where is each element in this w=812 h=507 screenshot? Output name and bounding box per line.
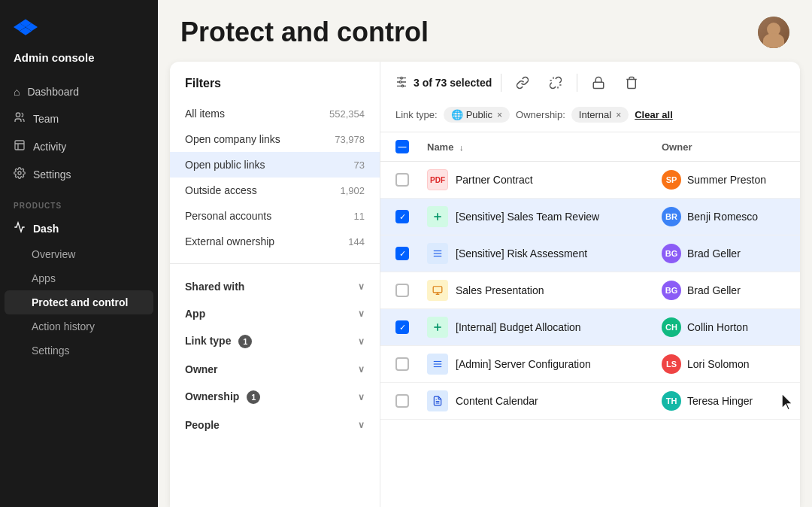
th-owner[interactable]: Owner (650, 132, 800, 162)
link-icon-btn[interactable] (511, 71, 535, 95)
row-checkbox[interactable] (395, 173, 409, 187)
table-row[interactable]: ✓ [Internal] Budget Allocation CH Collin… (380, 309, 800, 346)
table-header: — Name ↓ Owner (380, 132, 800, 162)
sidebar-sub-apps[interactable]: Apps (0, 266, 158, 290)
filter-open-public-label: Open public links (185, 159, 265, 171)
internal-tag-close[interactable]: × (616, 110, 621, 120)
row-name-cell: [Internal] Budget Allocation (415, 309, 650, 346)
doc-icon (427, 243, 448, 264)
sidebar-sub-protect[interactable]: Protect and control (5, 290, 153, 314)
owner-avatar: SP (662, 170, 681, 190)
row-owner-cell: CH Collin Horton (650, 309, 800, 346)
filter-external-ownership[interactable]: External ownership 144 (170, 229, 380, 254)
sidebar-sub-action-history[interactable]: Action history (0, 314, 158, 339)
row-checkbox[interactable] (395, 357, 409, 371)
th-name[interactable]: Name ↓ (415, 132, 650, 162)
trash-icon-btn[interactable] (620, 71, 644, 95)
filter-section-owner[interactable]: Owner ∨ (170, 356, 380, 383)
svg-point-2 (18, 172, 21, 175)
public-tag-close[interactable]: × (497, 110, 502, 120)
table-row[interactable]: Content Calendar TH Teresa Hinger (380, 383, 800, 420)
filter-section-link-type[interactable]: Link type 1 ∨ (170, 327, 380, 356)
files-table: — Name ↓ Owner (380, 132, 800, 420)
filter-section-shared-with[interactable]: Shared with ∨ (170, 273, 380, 300)
public-tag-label: Public (466, 109, 492, 120)
sidebar-item-team[interactable]: Team (0, 105, 158, 132)
public-filter-tag[interactable]: 🌐 Public × (444, 107, 510, 123)
avatar[interactable] (758, 17, 789, 48)
col-owner-label: Owner (662, 141, 692, 153)
row-owner-cell: LS Lori Solomon (650, 346, 800, 383)
row-owner-cell: TH Teresa Hinger (650, 383, 800, 420)
filter-open-public[interactable]: Open public links 73 (170, 152, 380, 178)
svg-point-5 (401, 77, 403, 79)
file-name: Content Calendar (456, 395, 538, 407)
row-checkbox-cell[interactable]: ✓ (380, 309, 415, 346)
row-owner-cell: BR Benji Romesco (650, 199, 800, 235)
filters-panel: Filters All items 552,354 Open company l… (170, 62, 380, 507)
owner-label: Owner (185, 363, 218, 375)
filter-outside-access[interactable]: Outside access 1,902 (170, 178, 380, 203)
row-checkbox[interactable] (395, 394, 409, 408)
row-checkbox[interactable]: ✓ (395, 247, 409, 260)
unlink-icon-btn[interactable] (544, 71, 568, 95)
table-row[interactable]: Sales Presentation BG Brad Geller (380, 272, 800, 309)
filter-section-people[interactable]: People ∨ (170, 411, 380, 439)
dash-icon (14, 221, 26, 235)
filter-lines-icon (395, 76, 408, 90)
row-checkbox-cell[interactable]: ✓ (380, 199, 415, 235)
owner-avatar: LS (662, 354, 681, 374)
filter-outside-access-count: 1,902 (340, 185, 365, 196)
checkmark-icon: — (398, 143, 407, 151)
filter-external-ownership-count: 144 (348, 236, 365, 247)
row-owner-cell: BG Brad Geller (650, 272, 800, 309)
sidebar-sub-settings[interactable]: Settings (0, 339, 158, 363)
filter-all-items[interactable]: All items 552,354 (170, 101, 380, 126)
table-row[interactable]: ✓ [Sensitive] Risk Assessment BG Brad Ge… (380, 235, 800, 272)
row-name-cell: PDF Partner Contract (415, 162, 650, 199)
filter-section-ownership[interactable]: Ownership 1 ∨ (170, 383, 380, 411)
row-checkbox-cell[interactable] (380, 272, 415, 309)
activity-label: Activity (33, 141, 66, 153)
internal-filter-tag[interactable]: Internal × (571, 107, 629, 123)
row-checkbox[interactable] (395, 284, 409, 297)
sidebar-item-activity[interactable]: Activity (0, 132, 158, 160)
row-checkbox[interactable]: ✓ (395, 320, 409, 334)
sidebar-sub-overview[interactable]: Overview (0, 242, 158, 266)
logo-area (0, 0, 158, 47)
filter-open-company[interactable]: Open company links 73,978 (170, 126, 380, 152)
content-area: Filters All items 552,354 Open company l… (170, 62, 800, 507)
row-checkbox[interactable]: ✓ (395, 210, 409, 223)
table-row[interactable]: ✓ [Sensitive] Sales Team Review BR Benji… (380, 199, 800, 235)
col-name-label: Name (427, 141, 453, 153)
row-checkbox-cell[interactable] (380, 346, 415, 383)
pdf-icon: PDF (427, 169, 448, 190)
sidebar-item-dashboard[interactable]: ⌂ Dashboard (0, 79, 158, 105)
spreadsheet-icon (427, 206, 448, 227)
filter-section-app[interactable]: App ∨ (170, 300, 380, 327)
shared-with-label: Shared with (185, 281, 244, 293)
row-checkbox-cell[interactable] (380, 162, 415, 199)
row-checkbox-cell[interactable]: ✓ (380, 235, 415, 272)
filter-personal-accounts[interactable]: Personal accounts 11 (170, 203, 380, 229)
sidebar-item-settings[interactable]: Settings (0, 160, 158, 188)
table-row[interactable]: [Admin] Server Configuration LS Lori Sol… (380, 346, 800, 383)
lock-icon-btn[interactable] (586, 71, 611, 95)
th-select-all[interactable]: — (380, 132, 415, 162)
clear-all-button[interactable]: Clear all (635, 109, 673, 120)
select-all-checkbox[interactable]: — (395, 140, 409, 153)
sidebar-item-dash[interactable]: Dash (0, 214, 158, 242)
dash-label: Dash (33, 223, 59, 235)
svg-point-0 (16, 113, 20, 117)
sidebar: Admin console ⌂ Dashboard Team Activity … (0, 0, 158, 507)
table-body: PDF Partner Contract SP Summer Preston ✓… (380, 162, 800, 420)
owner-name: Summer Preston (687, 174, 766, 186)
table-row[interactable]: PDF Partner Contract SP Summer Preston (380, 162, 800, 199)
people-label: People (185, 419, 220, 431)
row-checkbox-cell[interactable] (380, 383, 415, 420)
svg-rect-1 (15, 141, 24, 150)
chevron-down-icon: ∨ (358, 281, 365, 292)
table-container: — Name ↓ Owner (380, 132, 800, 507)
file-name: [Sensitive] Sales Team Review (456, 211, 599, 223)
link-type-badge: 1 (238, 335, 252, 348)
